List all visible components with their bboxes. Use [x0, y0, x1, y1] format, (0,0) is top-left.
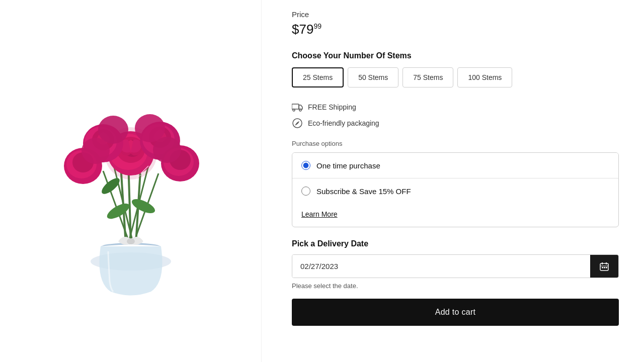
features-list: FREE Shipping Eco-friendly packaging: [292, 102, 619, 129]
eco-packaging-text: Eco-friendly packaging: [308, 119, 379, 127]
svg-point-29: [135, 114, 165, 142]
stem-btn-75[interactable]: 75 Stems: [403, 67, 453, 87]
price-cents: 99: [313, 22, 321, 30]
learn-more-row: Learn More: [292, 204, 618, 227]
date-input[interactable]: [292, 255, 590, 278]
svg-point-32: [127, 238, 135, 244]
svg-point-30: [82, 138, 110, 164]
option-one-time[interactable]: One time purchase: [292, 153, 618, 178]
radio-subscribe[interactable]: [301, 187, 310, 196]
purchase-options-box: One time purchase Subscribe & Save 15% O…: [292, 152, 619, 227]
stem-btn-25[interactable]: 25 Stems: [292, 67, 344, 87]
one-time-label: One time purchase: [316, 161, 380, 170]
option-subscribe[interactable]: Subscribe & Save 15% OFF: [292, 178, 618, 204]
calendar-icon: [599, 261, 609, 272]
stem-btn-50[interactable]: 50 Stems: [348, 67, 398, 87]
svg-point-9: [130, 196, 157, 216]
truck-icon: [292, 102, 303, 113]
leaf-icon: [292, 118, 303, 129]
product-image-svg: [25, 65, 236, 297]
date-input-row: [292, 254, 619, 278]
price-value: $7999: [292, 22, 619, 37]
svg-point-38: [299, 109, 301, 111]
product-image: [25, 65, 236, 297]
subscribe-label: Subscribe & Save 15% OFF: [316, 187, 411, 196]
svg-rect-46: [604, 267, 605, 268]
feature-free-shipping: FREE Shipping: [292, 102, 619, 113]
stem-options: 25 Stems 50 Stems 75 Stems 100 Stems: [292, 67, 619, 87]
date-hint: Please select the date.: [292, 282, 619, 290]
details-section: Price $7999 Choose Your Number Of Stems …: [262, 0, 644, 362]
learn-more-button[interactable]: Learn More: [301, 210, 338, 218]
svg-rect-45: [602, 267, 603, 268]
calendar-button[interactable]: [590, 255, 618, 278]
svg-rect-47: [606, 267, 607, 268]
radio-one-time[interactable]: [301, 161, 310, 170]
page-container: Price $7999 Choose Your Number Of Stems …: [0, 0, 644, 362]
svg-rect-36: [292, 104, 299, 109]
feature-eco-packaging: Eco-friendly packaging: [292, 118, 619, 129]
purchase-options-label: Purchase options: [292, 140, 619, 147]
free-shipping-text: FREE Shipping: [308, 103, 356, 111]
stem-btn-100[interactable]: 100 Stems: [457, 67, 512, 87]
image-section: [0, 0, 262, 362]
svg-point-31: [153, 137, 181, 163]
stems-section-title: Choose Your Number Of Stems: [292, 51, 619, 60]
add-to-cart-button[interactable]: Add to cart: [292, 299, 619, 326]
svg-point-37: [293, 109, 295, 111]
price-whole: $79: [292, 22, 313, 37]
price-label: Price: [292, 10, 619, 19]
delivery-title: Pick a Delivery Date: [292, 239, 619, 248]
